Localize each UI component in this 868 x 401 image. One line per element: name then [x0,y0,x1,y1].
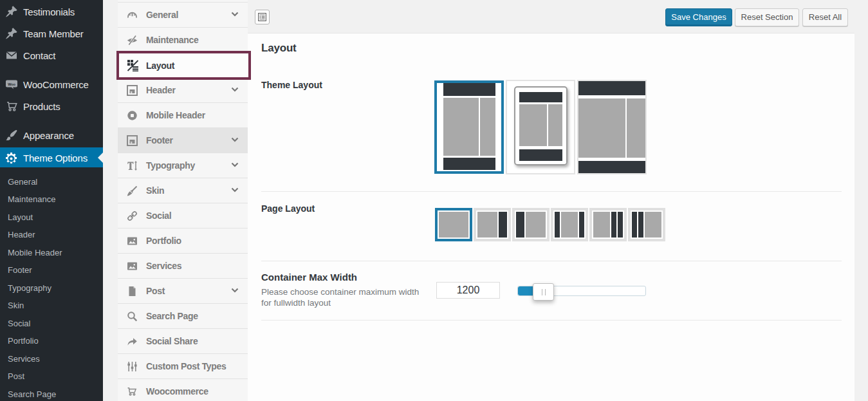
svg-text:Woo: Woo [8,82,15,86]
